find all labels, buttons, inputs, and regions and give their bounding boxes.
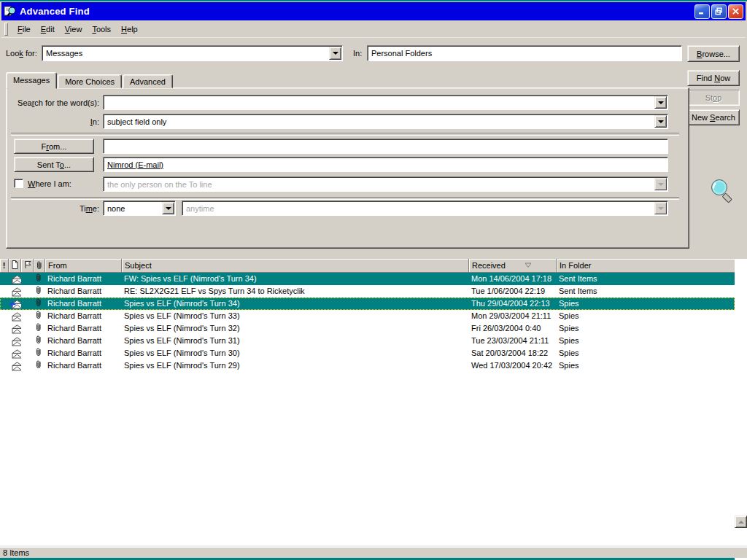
message-icon-cell bbox=[9, 359, 21, 372]
menubar-grip[interactable] bbox=[4, 23, 8, 36]
subject-cell: Spies vs ELF (Nimrod's Turn 33) bbox=[122, 310, 469, 322]
flag-icon bbox=[24, 260, 32, 271]
envelope-read-icon bbox=[11, 312, 21, 322]
where-i-am-combobox: the only person on the To line bbox=[103, 176, 668, 192]
attachment-cell bbox=[34, 359, 45, 373]
chevron-down-icon[interactable] bbox=[654, 96, 667, 109]
list-item[interactable]: Richard BarrattSpies vs ELF (Nimrod's Tu… bbox=[0, 310, 735, 322]
message-icon-cell bbox=[9, 347, 21, 359]
received-cell: Sat 20/03/2004 18:22 bbox=[469, 347, 557, 359]
time-range-combobox: anytime bbox=[182, 201, 668, 216]
envelope-read-icon bbox=[11, 337, 21, 346]
sent-to-field[interactable]: Nimrod (E-mail) bbox=[103, 157, 668, 172]
menu-item-view[interactable]: View bbox=[60, 23, 88, 36]
look-for-value: Messages bbox=[46, 49, 82, 58]
chevron-down-icon bbox=[654, 202, 667, 214]
tab-more-choices[interactable]: More Choices bbox=[58, 74, 122, 88]
header-from[interactable]: From bbox=[45, 259, 122, 273]
advanced-find-icon bbox=[4, 5, 17, 18]
list-item[interactable]: Richard BarrattSpies vs ELF (Nimrod's Tu… bbox=[0, 347, 735, 359]
message-icon-cell bbox=[9, 298, 21, 310]
envelope-read-icon bbox=[11, 324, 21, 334]
browse-button[interactable]: Browse... bbox=[687, 45, 740, 62]
chevron-down-icon[interactable] bbox=[329, 47, 341, 60]
menu-item-tools[interactable]: Tools bbox=[87, 23, 116, 36]
attachment-cell bbox=[34, 335, 45, 348]
document-icon bbox=[12, 260, 18, 271]
subject-cell: Spies vs ELF (Nimrod's Turn 34) bbox=[122, 298, 469, 310]
header-item-type[interactable] bbox=[9, 259, 21, 273]
received-cell: Mon 29/03/2004 21:11 bbox=[469, 310, 557, 322]
close-button[interactable] bbox=[728, 4, 743, 19]
time-combobox[interactable]: none bbox=[103, 201, 176, 216]
paperclip-icon bbox=[36, 312, 42, 321]
chevron-down-icon[interactable] bbox=[162, 202, 174, 214]
from-field[interactable] bbox=[103, 139, 668, 154]
paperclip-icon bbox=[36, 362, 42, 370]
search-words-combobox[interactable] bbox=[103, 95, 668, 110]
tab-advanced[interactable]: Advanced bbox=[123, 74, 173, 88]
list-item[interactable]: Richard BarrattSpies vs ELF (Nimrod's Tu… bbox=[0, 335, 735, 347]
menu-item-file[interactable]: File bbox=[12, 23, 36, 36]
messages-tab-page: Search for the word(s): In: subject fiel… bbox=[6, 88, 689, 249]
folder-cell: Sent Items bbox=[557, 273, 735, 285]
received-cell: Wed 17/03/2004 20:42 bbox=[469, 359, 557, 372]
paperclip-icon bbox=[36, 349, 42, 358]
list-item[interactable]: Richard BarrattSpies vs ELF (Nimrod's Tu… bbox=[0, 322, 735, 335]
envelope-forwarded-icon bbox=[11, 300, 21, 309]
list-item[interactable]: Richard BarrattFW: Spies vs ELF (Nimrod'… bbox=[0, 273, 735, 285]
from-button[interactable]: From... bbox=[14, 139, 94, 154]
header-attachment[interactable] bbox=[34, 259, 45, 273]
search-in-combobox[interactable]: subject field only bbox=[103, 114, 668, 129]
search-words-label: Search for the word(s): bbox=[7, 98, 99, 107]
folder-cell: Spies bbox=[557, 322, 735, 335]
time-label: Time: bbox=[7, 204, 99, 213]
results-list-header: ! From Subject Received In Folder bbox=[0, 259, 735, 273]
header-subject[interactable]: Subject bbox=[122, 259, 469, 273]
statusbar: 8 Items bbox=[0, 547, 747, 558]
menu-item-help[interactable]: Help bbox=[116, 23, 143, 36]
sent-to-button[interactable]: Sent To... bbox=[14, 157, 94, 172]
from-cell: Richard Barratt bbox=[45, 359, 122, 372]
message-icon-cell bbox=[9, 285, 21, 298]
message-icon-cell bbox=[9, 310, 21, 322]
scroll-up-icon[interactable] bbox=[735, 516, 747, 528]
magnifier-icon bbox=[709, 178, 734, 206]
message-list-rows: Richard BarrattFW: Spies vs ELF (Nimrod'… bbox=[0, 273, 735, 372]
menu-item-edit[interactable]: Edit bbox=[36, 23, 60, 36]
where-i-am-checkbox[interactable] bbox=[14, 179, 23, 188]
in-folder-field[interactable]: Personal Folders bbox=[367, 45, 682, 61]
list-item[interactable]: Richard BarrattRE: SL2X2G21 ELF vs Spys … bbox=[0, 285, 735, 298]
minimize-button[interactable] bbox=[694, 4, 710, 19]
chevron-down-icon[interactable] bbox=[654, 115, 667, 128]
header-flag[interactable] bbox=[21, 259, 34, 273]
header-received[interactable]: Received bbox=[469, 259, 557, 273]
envelope-read-icon bbox=[11, 349, 21, 359]
advanced-find-window: Advanced Find File Ed bbox=[0, 1, 747, 557]
results-list: ! From Subject Received In Folder Richar… bbox=[0, 259, 747, 547]
header-importance[interactable]: ! bbox=[0, 259, 9, 273]
received-cell: Tue 23/03/2004 21:11 bbox=[469, 335, 557, 347]
header-in-folder[interactable]: In Folder bbox=[557, 259, 735, 273]
message-icon-cell bbox=[9, 273, 21, 285]
chevron-down-icon bbox=[654, 178, 667, 190]
find-now-button[interactable]: Find Now bbox=[687, 70, 740, 86]
restore-button[interactable] bbox=[711, 4, 727, 19]
tab-strip: Messages More Choices Advanced bbox=[6, 72, 174, 88]
folder-cell: Spies bbox=[557, 310, 735, 322]
paperclip-icon bbox=[36, 300, 42, 308]
look-for-label: Look for: bbox=[6, 49, 37, 58]
titlebar[interactable]: Advanced Find bbox=[1, 2, 746, 20]
envelope-read-icon bbox=[11, 287, 21, 297]
attachment-cell bbox=[34, 298, 45, 311]
folder-cell: Spies bbox=[557, 335, 735, 347]
look-for-combobox[interactable]: Messages bbox=[42, 45, 343, 61]
list-item[interactable]: Richard BarrattSpies vs ELF (Nimrod's Tu… bbox=[0, 298, 735, 310]
window-controls bbox=[694, 4, 743, 19]
paperclip-icon bbox=[36, 337, 42, 346]
sent-to-value: Nimrod (E-mail) bbox=[107, 160, 163, 169]
new-search-button[interactable]: New Search bbox=[687, 109, 740, 125]
subject-cell: FW: Spies vs ELF (Nimrod's Turn 34) bbox=[122, 273, 469, 285]
list-item[interactable]: Richard BarrattSpies vs ELF (Nimrod's Tu… bbox=[0, 359, 735, 372]
tab-messages[interactable]: Messages bbox=[6, 72, 57, 89]
